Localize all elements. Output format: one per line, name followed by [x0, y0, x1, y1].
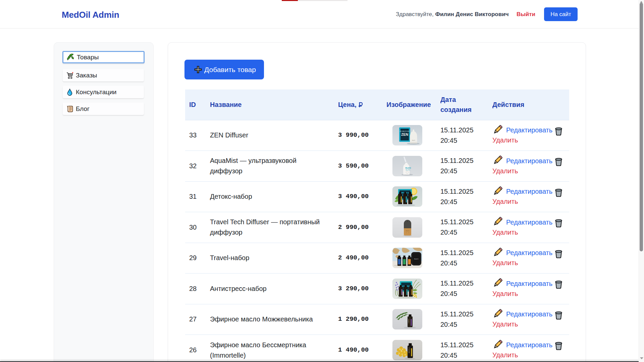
svg-text:MedOil: MedOil — [414, 258, 419, 260]
svg-text:IMMORTELLE: IMMORTELLE — [409, 347, 410, 353]
svg-text:AROMADIFFUSER: AROMADIFFUSER — [400, 131, 410, 132]
svg-text:MedOil: MedOil — [406, 167, 411, 169]
svg-text:ZEN: ZEN — [401, 132, 408, 136]
svg-text:AquaMist: AquaMist — [406, 169, 410, 171]
svg-text:MedOil: MedOil — [412, 140, 415, 141]
svg-text:MedOil: MedOil — [406, 230, 410, 231]
svg-text:JUNIPER: JUNIPER — [408, 319, 410, 324]
